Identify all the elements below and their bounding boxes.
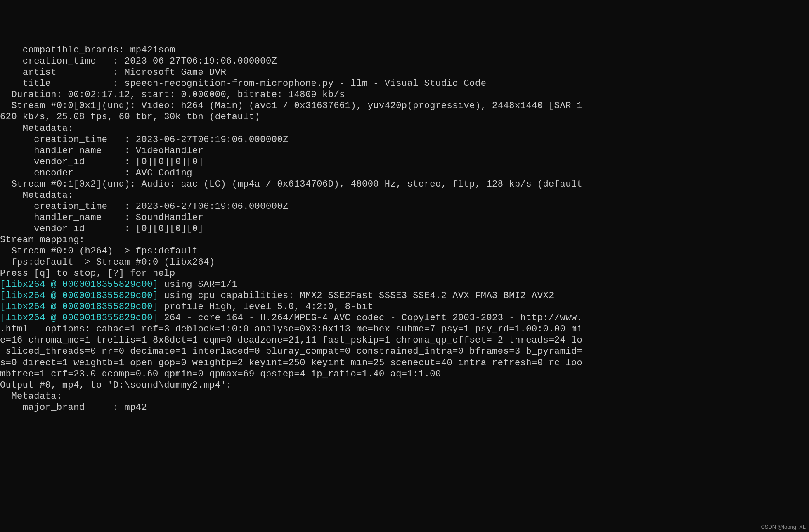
output-line: Output #0, mp4, to 'D:\sound\dummy2.mp4'… [0,380,232,390]
metadata-header: Metadata: [0,123,73,134]
stream-map-0: Stream #0:0 (h264) -> fps:default [0,246,198,256]
duration-line: Duration: 00:02:17.12, start: 0.000000, … [0,90,345,100]
libx264-options-3: sliced_threads=0 nr=0 decimate=1 interla… [0,346,582,357]
libx264-options-2: e=16 chroma_me=1 trellis=1 8x8dct=1 cqm=… [0,335,582,345]
output-metadata-header: Metadata: [0,391,62,402]
stream-audio-line: Stream #0:1[0x2](und): Audio: aac (LC) (… [0,179,582,189]
libx264-cpu: using cpu capabilities: MMX2 SSE2Fast SS… [158,291,554,301]
libx264-tag: [libx264 @ 0000018355829c00] [0,279,158,290]
press-q-hint: Press [q] to stop, [?] for help [0,268,175,279]
libx264-profile: profile High, level 5.0, 4:2:0, 8-bit [158,302,374,312]
libx264-tag: [libx264 @ 0000018355829c00] [0,313,158,323]
stream-mapping-header: Stream mapping: [0,235,85,245]
audio-handler-name: handler_name : SoundHandler [0,213,203,223]
metadata-title: title : speech-recognition-from-micropho… [0,78,486,89]
audio-vendor-id: vendor_id : [0][0][0][0] [0,224,203,234]
metadata-creation-time: creation_time : 2023-06-27T06:19:06.0000… [0,56,277,66]
libx264-options-1: .html - options: cabac=1 ref=3 deblock=1… [0,324,582,334]
audio-creation-time: creation_time : 2023-06-27T06:19:06.0000… [0,201,289,212]
watermark-text: CSDN @loong_XL [761,524,806,530]
stream-map-1: fps:default -> Stream #0:0 (libx264) [0,257,215,267]
video-encoder: encoder : AVC Coding [0,168,192,178]
libx264-options-4: s=0 direct=1 weightb=1 open_gop=0 weight… [0,358,582,368]
audio-metadata-header: Metadata: [0,190,73,201]
libx264-core: 264 - core 164 - H.264/MPEG-4 AVC codec … [158,313,583,323]
video-vendor-id: vendor_id : [0][0][0][0] [0,157,203,167]
stream-video-line: Stream #0:0[0x1](und): Video: h264 (Main… [0,101,582,111]
video-creation-time: creation_time : 2023-06-27T06:19:06.0000… [0,135,289,145]
stream-video-cont: 620 kb/s, 25.08 fps, 60 tbr, 30k tbn (de… [0,112,260,122]
libx264-tag: [libx264 @ 0000018355829c00] [0,302,158,312]
libx264-tag: [libx264 @ 0000018355829c00] [0,291,158,301]
metadata-compatible-brands: compatible_brands: mp42isom [0,45,175,55]
libx264-sar: using SAR=1/1 [158,279,238,290]
output-major-brand: major_brand : mp42 [0,402,147,413]
video-handler-name: handler_name : VideoHandler [0,146,203,156]
metadata-artist: artist : Microsoft Game DVR [0,67,226,78]
libx264-options-5: mbtree=1 crf=23.0 qcomp=0.60 qpmin=0 qpm… [0,369,441,379]
terminal-output[interactable]: compatible_brands: mp42isom creation_tim… [0,45,809,413]
